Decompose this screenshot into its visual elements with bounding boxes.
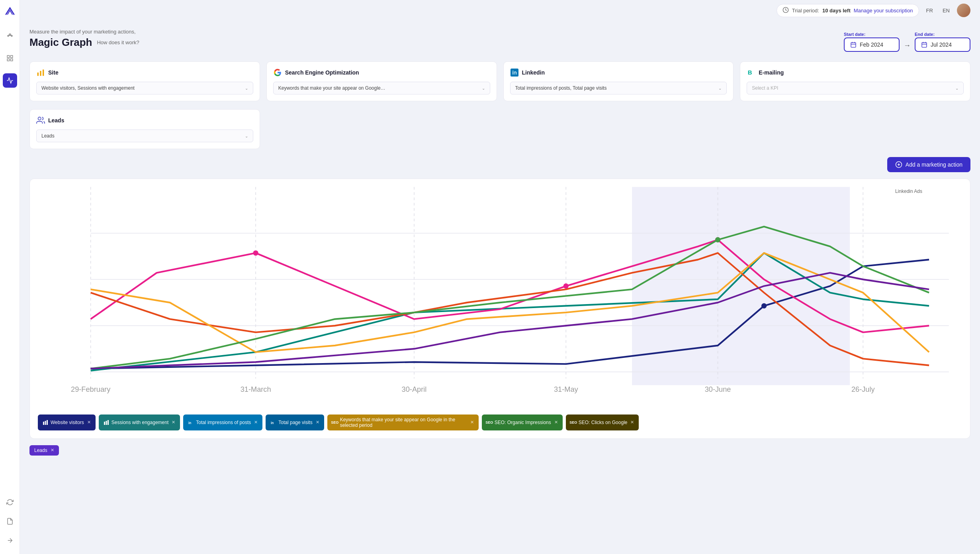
svg-rect-31: [104, 422, 105, 425]
chip-clicks-google[interactable]: SEO SEO: Clicks on Google ✕: [566, 415, 639, 430]
leads-section: Leads Leads ⌄: [29, 109, 260, 149]
chip-keywords-close[interactable]: ✕: [470, 420, 474, 425]
sidebar-item-arrow-right[interactable]: [3, 533, 17, 548]
leads-kpi-select[interactable]: Leads ⌄: [36, 130, 253, 142]
chip-impressions-close[interactable]: ✕: [254, 420, 258, 425]
chip-website-visitors-label: Website visitors: [51, 420, 84, 425]
chip-sessions-engagement[interactable]: Sessions with engagement ✕: [99, 415, 180, 430]
logo[interactable]: [4, 6, 16, 18]
site-kpi-arrow: ⌄: [245, 86, 248, 90]
svg-rect-7: [7, 59, 9, 61]
seo-kpi-arrow: ⌄: [482, 86, 485, 90]
end-date-value: Jul 2024: [931, 41, 952, 48]
bar-chart-icon: [43, 420, 48, 425]
leads-card-title: Leads: [48, 117, 64, 124]
seo-icon-chip-3: SEO: [571, 420, 576, 425]
kpi-card-site: Site Website visitors, Sessions with eng…: [29, 61, 260, 101]
sidebar-item-refresh[interactable]: [3, 495, 17, 509]
sidebar-item-home[interactable]: [3, 29, 17, 43]
page-subtitle: Measure the impact of your marketing act…: [29, 29, 139, 35]
chip-organic-label: SEO: Organic Impressions: [495, 420, 551, 425]
chip-leads[interactable]: Leads ✕: [29, 445, 59, 456]
site-card-title: Site: [48, 69, 59, 76]
main-content: Trial period: 10 days left Manage your s…: [20, 0, 980, 554]
kpi-card-emailing: B E-mailing Select a KPI ⌄: [740, 61, 970, 101]
dot-visitors-jun: [761, 303, 767, 308]
chart-wrapper: Linkedin Ads 29-February 31-March: [38, 187, 962, 413]
page-header: Measure the impact of your marketing act…: [29, 29, 970, 52]
svg-rect-11: [851, 43, 856, 47]
chip-impressions-label: Total impressions of posts: [196, 420, 251, 425]
x-label-jul: 26-July: [851, 385, 875, 393]
chip-sessions-close[interactable]: ✕: [172, 420, 175, 425]
linkedin-kpi-select[interactable]: Total impressions of posts, Total page v…: [510, 82, 727, 94]
kpi-grid: Site Website visitors, Sessions with eng…: [29, 61, 970, 101]
chip-page-visits-label: Total page visits: [278, 420, 312, 425]
lang-en-button[interactable]: EN: [940, 6, 952, 15]
svg-rect-15: [922, 43, 927, 47]
dot-impressions-mar: [253, 250, 258, 255]
x-label-apr: 30-April: [402, 385, 427, 393]
start-date-picker[interactable]: Feb 2024: [844, 37, 900, 52]
chip-page-visits-close[interactable]: ✕: [316, 420, 319, 425]
chip-organic-close[interactable]: ✕: [554, 420, 558, 425]
how-it-works-link[interactable]: How does it work?: [97, 39, 139, 45]
x-label-jun: 30-June: [705, 385, 731, 393]
manage-subscription-link[interactable]: Manage your subscription: [854, 8, 913, 14]
sidebar-item-document[interactable]: [3, 514, 17, 528]
date-range: Start date: Feb 2024 → End date: Jul 202…: [844, 32, 970, 52]
site-kpi-value: Website visitors, Sessions with engageme…: [41, 85, 243, 91]
emailing-kpi-select[interactable]: Select a KPI ⌄: [747, 82, 964, 94]
chip-total-impressions[interactable]: in Total impressions of posts ✕: [183, 415, 262, 430]
linkedin-kpi-arrow: ⌄: [718, 86, 722, 90]
page-title: Magic Graph: [29, 36, 92, 49]
end-date-label: End date:: [915, 32, 935, 37]
emailing-icon: B: [747, 68, 755, 77]
svg-rect-32: [106, 421, 107, 425]
emailing-kpi-arrow: ⌄: [955, 86, 958, 90]
linkedin-icon-chip: in: [188, 420, 194, 425]
chip-organic-impressions[interactable]: SEO SEO: Organic Impressions ✕: [482, 415, 563, 430]
svg-point-24: [38, 117, 41, 120]
chip-keywords-seo[interactable]: SEO Keywords that make your site appear …: [327, 415, 479, 430]
kpi-card-linkedin: Linkedin Total impressions of posts, Tot…: [503, 61, 734, 101]
sidebar-item-chart[interactable]: [3, 73, 17, 88]
clock-icon: [782, 7, 789, 14]
chip-leads-label: Leads: [34, 448, 47, 453]
calendar-icon: [850, 41, 857, 48]
end-date-picker[interactable]: Jul 2024: [915, 37, 970, 52]
calendar-icon-end: [921, 41, 927, 48]
x-label-may: 31-May: [554, 385, 579, 393]
add-marketing-action-button[interactable]: Add a marketing action: [887, 157, 970, 172]
lang-fr-button[interactable]: FR: [924, 6, 935, 15]
start-date-label: Start date:: [844, 32, 865, 37]
chip-leads-close[interactable]: ✕: [51, 448, 54, 453]
linkedin-kpi-value: Total impressions of posts, Total page v…: [515, 85, 716, 91]
dot-impressions-may: [563, 283, 569, 289]
chip-website-visitors-close[interactable]: ✕: [87, 420, 91, 425]
seo-icon-chip: SEO: [332, 420, 338, 425]
start-date-field: Start date: Feb 2024: [844, 32, 900, 52]
chip-website-visitors[interactable]: Website visitors ✕: [38, 415, 96, 430]
add-action-row: Add a marketing action: [29, 157, 970, 172]
sidebar: [0, 0, 20, 554]
linkedin-icon: [510, 68, 519, 77]
dot-organic-jun: [715, 237, 720, 242]
chip-clicks-close[interactable]: ✕: [630, 420, 634, 425]
chip-page-visits[interactable]: in Total page visits ✕: [266, 415, 324, 430]
x-label-mar: 31-March: [241, 385, 271, 393]
seo-kpi-select[interactable]: Keywords that make your site appear on G…: [273, 82, 490, 94]
chip-sessions-label: Sessions with engagement: [111, 420, 168, 425]
site-kpi-select[interactable]: Website visitors, Sessions with engageme…: [36, 82, 253, 94]
svg-text:B: B: [748, 69, 752, 76]
seo-card-title: Search Engine Optimization: [285, 69, 359, 76]
chart-container: Linkedin Ads 29-February 31-March: [29, 179, 970, 439]
trial-badge: Trial period: 10 days left Manage your s…: [777, 4, 919, 17]
emailing-kpi-value: Select a KPI: [752, 85, 953, 91]
sidebar-item-grid[interactable]: [3, 51, 17, 65]
svg-rect-28: [43, 422, 44, 425]
chip-keywords-label: Keywords that make your site appear on G…: [340, 417, 467, 428]
avatar[interactable]: [957, 4, 970, 17]
svg-rect-33: [108, 420, 109, 425]
svg-rect-21: [43, 70, 44, 76]
